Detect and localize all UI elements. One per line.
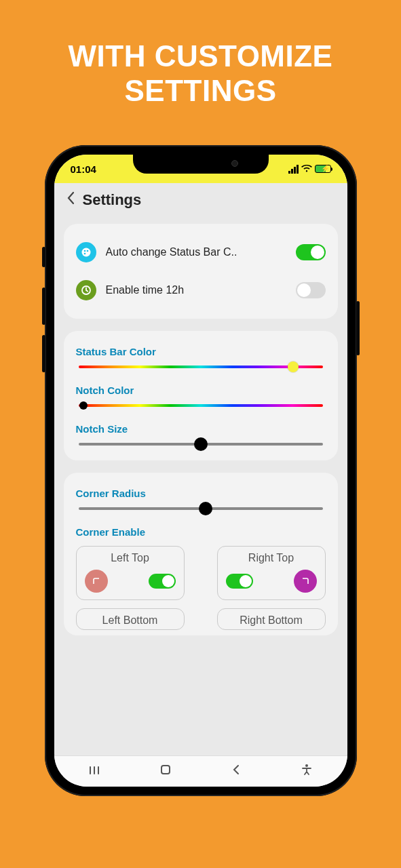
battery-icon: ⚡: [315, 165, 331, 173]
page-title: Settings: [83, 191, 142, 209]
notch: [133, 155, 269, 174]
promo-line2: SETTINGS: [69, 74, 333, 108]
row-time-12h-label: Enable time 12h: [106, 284, 286, 296]
slider-notch-color[interactable]: [79, 404, 323, 407]
section-notch-color: Notch Color: [76, 384, 326, 407]
card-corners: Corner Radius Corner Enable Left Top: [64, 473, 338, 635]
corner-title-rt: Right Top: [226, 552, 317, 564]
label-status-bar-color: Status Bar Color: [76, 346, 326, 357]
slider-corner-radius[interactable]: [79, 507, 323, 510]
corner-box-left-top: Left Top: [76, 546, 185, 600]
corner-rt-icon[interactable]: [294, 570, 317, 593]
label-notch-size: Notch Size: [76, 423, 326, 435]
clock-icon: [76, 280, 96, 300]
promo-heading: WITH CUSTOMIZE SETTINGS: [69, 39, 333, 108]
section-notch-size: Notch Size: [76, 423, 326, 446]
section-corner-radius: Corner Radius: [76, 488, 326, 510]
signal-icon: [288, 165, 299, 174]
toggle-auto-color[interactable]: [296, 244, 326, 260]
slider-notch-size[interactable]: [79, 443, 323, 446]
svg-point-0: [81, 248, 90, 257]
svg-point-1: [83, 250, 85, 252]
nav-accessibility-icon[interactable]: [293, 764, 320, 779]
nav-home-icon[interactable]: [152, 764, 179, 779]
settings-content: Auto change Status Bar C.. Enable time 1…: [54, 217, 347, 755]
toggle-corner-lt[interactable]: [149, 574, 176, 589]
phone-screen: 01:04 ⚡ Settings: [54, 155, 347, 787]
phone-side-button: [42, 247, 45, 267]
section-corner-enable: Corner Enable Left Top: [76, 526, 326, 630]
label-corner-radius: Corner Radius: [76, 488, 326, 499]
row-auto-color-label: Auto change Status Bar C..: [106, 246, 286, 258]
card-colors: Status Bar Color Notch Color Notch Size: [64, 331, 338, 460]
status-bar: 01:04 ⚡: [54, 155, 347, 183]
wifi-icon: [301, 165, 312, 173]
corner-title-lb: Left Bottom: [85, 614, 176, 627]
svg-point-6: [305, 764, 308, 767]
corner-title-rb: Right Bottom: [226, 614, 317, 627]
svg-point-2: [86, 250, 88, 252]
palette-icon: [76, 242, 96, 262]
phone-side-button: [42, 335, 45, 372]
promo-line1: WITH CUSTOMIZE: [69, 39, 333, 74]
label-notch-color: Notch Color: [76, 384, 326, 396]
back-icon[interactable]: [66, 191, 75, 209]
corner-lt-icon[interactable]: [85, 570, 108, 593]
android-navbar: [54, 755, 347, 787]
corner-box-right-bottom: Right Bottom: [217, 608, 326, 630]
phone-frame: 01:04 ⚡ Settings: [45, 145, 357, 796]
nav-recents-icon[interactable]: [81, 764, 109, 778]
nav-back-icon[interactable]: [223, 764, 250, 778]
phone-side-button: [42, 288, 45, 325]
svg-rect-5: [161, 766, 170, 774]
slider-status-bar-color[interactable]: [79, 366, 323, 368]
label-corner-enable: Corner Enable: [76, 526, 326, 538]
toggle-time-12h[interactable]: [296, 282, 326, 298]
phone-side-button: [356, 301, 360, 355]
corner-title-lt: Left Top: [85, 552, 176, 564]
svg-point-3: [83, 253, 85, 255]
corner-box-right-top: Right Top: [217, 546, 326, 600]
section-status-bar-color: Status Bar Color: [76, 346, 326, 368]
corner-box-left-bottom: Left Bottom: [76, 608, 185, 630]
row-auto-color: Auto change Status Bar C..: [76, 239, 326, 266]
status-icons: ⚡: [288, 165, 331, 174]
card-general: Auto change Status Bar C.. Enable time 1…: [64, 224, 338, 319]
status-time: 01:04: [71, 163, 96, 175]
toggle-corner-rt[interactable]: [226, 574, 253, 589]
row-time-12h: Enable time 12h: [76, 277, 326, 304]
app-header: Settings: [54, 183, 347, 217]
